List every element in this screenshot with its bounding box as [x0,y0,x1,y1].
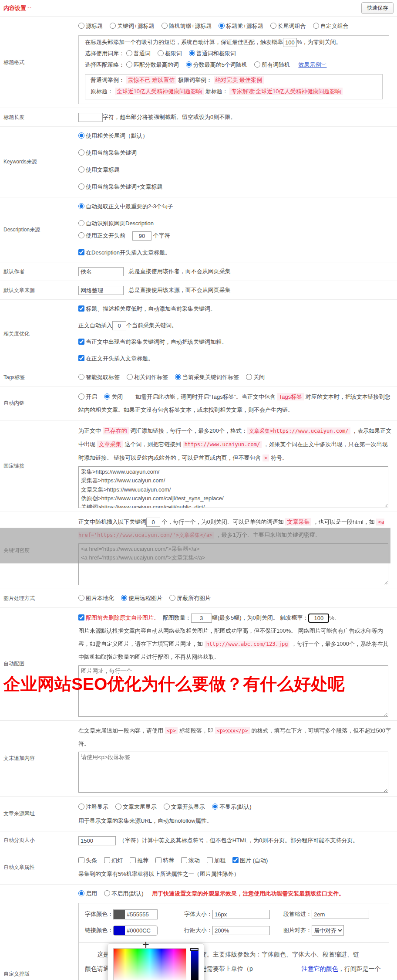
checkbox-input[interactable] [207,857,213,863]
radio-option[interactable]: 智能提取标签 [78,374,120,380]
radio-option[interactable]: 源标题 [78,23,103,29]
trigger-probability-input[interactable] [283,38,297,47]
radio-option[interactable]: 图片本地化 [78,595,114,601]
checkbox-option[interactable]: 幻灯 [104,857,123,864]
effect-example-link[interactable]: 效果示例﹀ [298,61,326,68]
checkbox-option[interactable]: 滚动 [181,857,200,864]
radio-input[interactable] [164,804,170,810]
radio-input[interactable] [104,890,110,896]
checkbox-input[interactable] [232,857,239,863]
link-color-swatch[interactable] [114,926,125,935]
font-color-swatch[interactable] [114,910,125,919]
checkbox-input[interactable] [78,614,84,621]
checkbox-option[interactable]: 头条 [78,857,97,864]
quick-save-button[interactable]: 快速保存 [361,2,394,14]
radio-option[interactable]: 匹配分数最高的词 [126,61,179,68]
radio-input[interactable] [121,595,127,601]
radio-input[interactable] [110,23,116,29]
radio-option[interactable]: 相关词作标签 [127,374,168,380]
title-length-input[interactable] [78,113,103,122]
checkbox-input[interactable] [78,339,84,345]
checkbox-option[interactable]: 配图前先删除原文自带图片。 [78,614,159,621]
head-chars-input[interactable] [132,231,151,241]
radio-input[interactable] [78,166,84,173]
checkbox-input[interactable] [130,857,136,863]
radio-input[interactable] [126,61,132,68]
radio-option[interactable]: 标题党+源标题 [219,23,263,29]
paging-size-input[interactable] [78,836,116,845]
section-header[interactable]: 内容设置 ﹀ [3,4,32,12]
radio-input[interactable] [126,50,132,56]
slider-handle[interactable] [190,948,198,951]
checkbox-option[interactable]: 在正文开头插入文章标题。 [78,355,154,362]
radio-option[interactable]: 关键词+源标题 [110,23,155,29]
radio-input[interactable] [115,804,121,810]
radio-option[interactable]: 自定义组合 [313,23,349,29]
link-color-hex-input[interactable] [125,926,157,935]
radio-input[interactable] [254,61,260,68]
density-count-input[interactable] [146,518,160,527]
radio-input[interactable] [175,374,181,380]
radio-input[interactable] [78,203,84,209]
radio-input[interactable] [219,23,225,29]
radio-option[interactable]: 文章开头显示 [164,804,205,810]
radio-option[interactable]: 不显示(默认) [212,804,252,810]
radio-option[interactable]: 注释显示 [78,804,108,810]
radio-input[interactable] [212,804,218,810]
radio-option[interactable]: 所有词随机 [254,61,290,68]
radio-input[interactable] [78,220,84,226]
default-author-input[interactable] [78,267,124,276]
image-align-select[interactable]: 居中对齐 [312,925,344,936]
insert-count-input[interactable] [112,321,126,330]
checkbox-input[interactable] [78,249,84,255]
checkbox-input[interactable] [78,857,84,863]
radio-input[interactable] [78,393,84,400]
radio-input[interactable] [158,50,164,56]
radio-option[interactable]: 使用当前采集关键词 [78,147,392,159]
radio-option[interactable]: 极限词 [158,50,182,57]
radio-input[interactable] [270,23,276,29]
radio-input[interactable] [127,374,133,380]
radio-option[interactable]: 使用远程图片 [121,595,162,601]
color-picker-value-slider[interactable] [191,948,198,980]
radio-input[interactable] [169,595,175,601]
font-size-input[interactable] [212,910,270,919]
fixed-links-textarea[interactable] [78,466,388,508]
radio-option[interactable]: 随机前缀+源标题 [161,23,212,29]
checkbox-option[interactable]: 当正文中出现当前采集关键词时，自动把该关键词加粗。 [78,339,227,345]
color-picker-saturation-area[interactable] [113,948,186,980]
checkbox-option[interactable]: 在Description开头插入文章标题。 [78,249,171,256]
checkbox-input[interactable] [181,857,187,863]
radio-option[interactable]: 分数最高的5个词随机 [186,61,247,68]
trigger-prob-input[interactable] [308,614,329,623]
checkbox-input[interactable] [78,305,84,312]
radio-option[interactable]: 使用相关长尾词（默认） [78,130,392,142]
radio-input[interactable] [189,50,195,56]
radio-input[interactable] [78,23,84,29]
radio-input[interactable] [78,149,84,156]
checkbox-option[interactable]: 特荐 [155,857,174,864]
radio-option[interactable]: 关闭 [246,374,265,380]
radio-input[interactable] [78,183,84,190]
radio-input[interactable] [186,61,192,68]
checkbox-option[interactable]: 标题、描述相关度低时，自动添加当前采集关键词。 [78,305,216,312]
radio-option[interactable]: 使用正文开头前 [78,232,125,239]
radio-input[interactable] [78,232,84,238]
radio-input[interactable] [78,890,84,896]
checkbox-input[interactable] [155,857,161,863]
append-content-textarea[interactable] [78,752,388,793]
radio-option[interactable]: 不启用(默认) [104,890,144,897]
radio-input[interactable] [161,23,168,29]
radio-input[interactable] [78,804,84,810]
radio-input[interactable] [78,595,84,601]
radio-input[interactable] [313,23,319,29]
default-source-input[interactable] [78,286,124,295]
radio-option[interactable]: 屏蔽所有图片 [169,595,211,601]
checkbox-option[interactable]: 推荐 [130,857,148,864]
radio-option[interactable]: 开启 [78,393,97,400]
checkbox-input[interactable] [78,355,84,361]
checkbox-option[interactable]: 加粗 [207,857,225,864]
radio-option[interactable]: 启用 [78,890,97,897]
radio-input[interactable] [78,132,84,139]
checkbox-option[interactable]: 图片 (自动) [232,857,268,864]
